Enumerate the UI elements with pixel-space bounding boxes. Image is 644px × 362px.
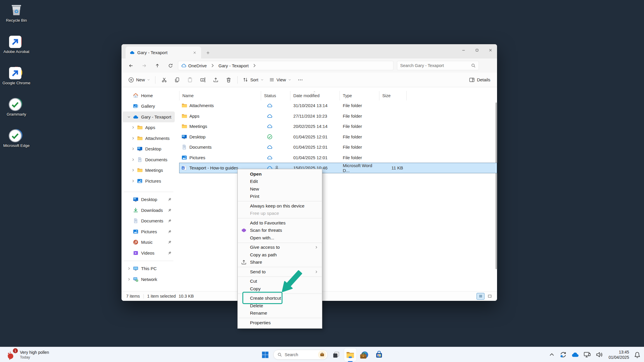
context-menu-item-print[interactable]: Print (238, 193, 322, 200)
sync-icon[interactable] (559, 351, 567, 358)
large-icons-view-toggle[interactable] (486, 293, 494, 300)
chevron-down-icon[interactable] (126, 114, 131, 119)
refresh-button[interactable] (166, 61, 175, 70)
taskbar-search[interactable]: Search (273, 350, 328, 360)
context-menu-item-give-access-to[interactable]: Give access to (238, 244, 322, 251)
task-view-button[interactable] (330, 348, 342, 361)
search-box[interactable]: Search Gary - Texaport (397, 61, 479, 70)
new-tab-button[interactable] (203, 48, 212, 57)
sidebar-item-meetings[interactable]: Meetings (122, 165, 175, 176)
context-menu-item-always-keep-on-this-device[interactable]: Always keep on this device (238, 202, 322, 210)
share-button[interactable] (211, 75, 221, 85)
explorer-tab[interactable]: Gary - Texaport (126, 47, 201, 59)
sidebar-item-attachments[interactable]: Attachments (122, 133, 175, 144)
network-tray-icon[interactable] (583, 351, 591, 358)
sidebar-item-music[interactable]: Music (122, 237, 175, 248)
file-row-meetings[interactable]: Meetings20/02/2025 14:14File folder (179, 121, 497, 132)
context-menu-item-copy-as-path[interactable]: Copy as path (238, 251, 322, 259)
context-menu-item-open-with[interactable]: Open with... (238, 234, 322, 242)
close-button[interactable] (484, 44, 497, 56)
volume-icon[interactable] (595, 351, 603, 358)
breadcrumb[interactable]: OneDrive Gary - Texaport (178, 61, 393, 70)
notifications-icon[interactable] (633, 351, 641, 358)
sidebar-item-gary-texaport[interactable]: Gary - Texaport (122, 111, 175, 122)
new-button[interactable]: New (126, 75, 153, 85)
chevron-right-icon[interactable] (131, 168, 136, 173)
chevron-right-icon[interactable] (131, 157, 136, 162)
store-taskbar-button[interactable] (373, 348, 385, 361)
context-menu-item-cut[interactable]: Cut (238, 278, 322, 285)
chevron-right-icon[interactable] (126, 266, 131, 271)
context-menu-item-delete[interactable]: Delete (238, 302, 322, 310)
desktop-icon-adobe-acrobat[interactable]: Adobe Acrobat (2, 34, 30, 54)
maximize-button[interactable] (470, 44, 484, 56)
sidebar-item-documents[interactable]: Documents (122, 216, 175, 227)
sidebar-item-downloads[interactable]: Downloads (122, 205, 175, 216)
onedrive-tray-icon[interactable] (571, 351, 579, 358)
column-header-type[interactable]: Type (340, 91, 379, 100)
sidebar-item-this-pc[interactable]: This PC (122, 263, 175, 274)
context-menu-item-edit[interactable]: Edit (238, 178, 322, 186)
file-row-pictures[interactable]: Pictures01/04/2025 12:01File folder (179, 152, 497, 163)
context-menu-item-new[interactable]: New (238, 185, 322, 193)
desktop-icon-microsoft-edge[interactable]: Microsoft Edge (2, 128, 30, 148)
rename-button[interactable]: A (198, 75, 208, 85)
weather-widget[interactable]: 1 Very high pollen Today (4, 347, 52, 362)
chevron-right-icon[interactable] (131, 146, 136, 151)
chevron-right-icon[interactable] (131, 125, 136, 130)
context-menu-item-open[interactable]: Open (238, 170, 322, 178)
column-header-name[interactable]: Name (179, 91, 261, 100)
sidebar-item-network[interactable]: Network (122, 274, 175, 285)
breadcrumb-current[interactable]: Gary - Texaport (218, 63, 249, 68)
file-explorer-taskbar-button[interactable] (344, 348, 357, 361)
taskbar-clock[interactable]: 13:45 01/04/2025 (609, 349, 629, 360)
sidebar-item-home[interactable]: Home (122, 90, 175, 101)
cut-button[interactable] (159, 75, 169, 85)
column-header-date-modified[interactable]: Date modified (290, 91, 340, 100)
back-button[interactable] (126, 61, 136, 70)
context-menu-item-share[interactable]: Share (238, 259, 322, 266)
file-row-desktop[interactable]: Desktop01/04/2025 12:01File folder (179, 132, 497, 142)
copy-button[interactable] (172, 75, 182, 85)
sidebar-item-videos[interactable]: Videos (122, 248, 175, 258)
context-menu-item-rename[interactable]: Rename (238, 310, 322, 317)
breadcrumb-root[interactable]: OneDrive (188, 63, 207, 68)
desktop-icon-grammarly[interactable]: Grammarly (2, 97, 30, 117)
minimize-button[interactable] (457, 44, 470, 56)
column-header-status[interactable]: Status (261, 91, 290, 100)
start-button[interactable] (259, 348, 271, 361)
details-pane-button[interactable]: Details (466, 75, 493, 85)
context-menu-item-properties[interactable]: Properties (238, 319, 322, 327)
file-row-documents[interactable]: Documents01/04/2025 12:01File folder (179, 142, 497, 152)
sidebar-item-desktop[interactable]: Desktop (122, 194, 175, 205)
desktop-icon-google-chrome[interactable]: Google Chrome (2, 66, 30, 86)
sidebar-item-documents[interactable]: Documents (122, 154, 175, 165)
edge-taskbar-button[interactable] (359, 348, 371, 361)
file-row-texaport-how-to-guides[interactable]: WTexaport - How-to guides15/01/2025 10:4… (179, 163, 497, 173)
sidebar-item-desktop[interactable]: Desktop (122, 144, 175, 155)
up-button[interactable] (153, 61, 162, 70)
tray-expand-icon[interactable] (549, 351, 555, 358)
delete-button[interactable] (224, 75, 234, 85)
chevron-right-icon[interactable] (131, 136, 136, 141)
sidebar-item-apps[interactable]: Apps (122, 122, 175, 133)
tab-close-icon[interactable] (191, 49, 198, 56)
sidebar-item-pictures[interactable]: Pictures (122, 176, 175, 186)
sidebar-item-pictures[interactable]: Pictures (122, 226, 175, 237)
context-menu-item-send-to[interactable]: Send to (238, 268, 322, 276)
file-row-apps[interactable]: Apps27/11/2024 10:23File folder (179, 111, 497, 121)
context-menu-item-create-shortcut[interactable]: Create shortcut (238, 295, 322, 302)
context-menu-item-scan-for-threats[interactable]: Scan for threats (238, 227, 322, 234)
view-button[interactable]: View (266, 75, 294, 84)
chevron-right-icon[interactable] (126, 277, 131, 282)
context-menu-item-copy[interactable]: Copy (238, 285, 322, 293)
details-view-toggle[interactable] (477, 293, 484, 300)
forward-button[interactable] (139, 61, 149, 70)
sort-button[interactable]: Sort (240, 75, 266, 84)
column-header-size[interactable]: Size (379, 91, 407, 100)
chevron-right-icon[interactable] (131, 179, 136, 183)
desktop-icon-recycle-bin[interactable]: ♻Recycle Bin (2, 3, 30, 23)
more-options-button[interactable] (295, 75, 305, 85)
file-row-attachments[interactable]: Attachments31/10/2024 13:14File folder (179, 100, 497, 111)
sidebar-item-gallery[interactable]: Gallery (122, 101, 175, 112)
